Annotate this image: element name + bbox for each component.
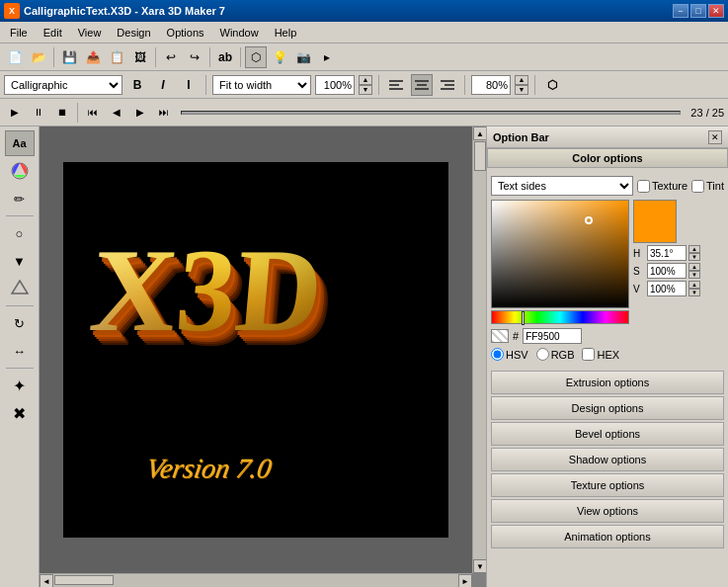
timeline-slider[interactable]: [181, 111, 681, 115]
frame-prev-button[interactable]: ◀: [106, 102, 127, 124]
x3d-canvas[interactable]: X3D X3D X3D X3D X3D X3D: [63, 162, 448, 538]
text-tool-button[interactable]: Aa: [5, 130, 35, 156]
export3-button[interactable]: 🖼: [129, 46, 151, 68]
canvas-content[interactable]: X3D X3D X3D X3D X3D X3D: [40, 126, 472, 573]
close-button[interactable]: ✕: [708, 4, 724, 18]
frame-end-button[interactable]: ⏭: [153, 102, 175, 124]
align-right-button[interactable]: [437, 74, 458, 96]
hue-up-button[interactable]: ▲: [688, 245, 700, 253]
canvas-area: X3D X3D X3D X3D X3D X3D: [40, 126, 486, 587]
star-tool-button[interactable]: ✦: [5, 373, 35, 398]
surface-select[interactable]: Text sides Text front Text back: [491, 176, 633, 196]
rotate-tool-button[interactable]: ↻: [5, 310, 35, 336]
export2-button[interactable]: 📋: [106, 46, 127, 68]
menu-view[interactable]: View: [70, 25, 110, 41]
scroll-track-h[interactable]: [53, 574, 458, 587]
extra-btn[interactable]: ⬡: [541, 74, 563, 96]
hsv-radio[interactable]: [491, 348, 504, 361]
align-left-button[interactable]: [385, 74, 407, 96]
pause-button[interactable]: ⏸: [28, 102, 49, 124]
menu-options[interactable]: Options: [159, 25, 212, 41]
quality-input[interactable]: [471, 75, 511, 95]
texture-options-button[interactable]: Texture options: [491, 473, 724, 497]
save-button[interactable]: 💾: [58, 46, 80, 68]
circle-tool-button[interactable]: ○: [5, 220, 35, 246]
menu-window[interactable]: Window: [212, 25, 267, 41]
flip-tool-button[interactable]: ↔: [5, 338, 35, 364]
export-button[interactable]: 📤: [82, 46, 104, 68]
hex-input[interactable]: [523, 328, 582, 344]
italic-button[interactable]: I: [152, 74, 174, 96]
design-options-button[interactable]: Design options: [491, 396, 724, 420]
color-tool-button[interactable]: [5, 158, 35, 184]
hex-checkbox[interactable]: [582, 348, 595, 361]
val-up-button[interactable]: ▲: [688, 281, 700, 289]
play-button[interactable]: ▶: [4, 102, 26, 124]
align-center-button[interactable]: [411, 74, 433, 96]
new-button[interactable]: 📄: [4, 46, 26, 68]
scroll-left-button[interactable]: ◄: [40, 574, 53, 587]
tint-checkbox[interactable]: [691, 180, 704, 193]
texture-checkbox[interactable]: [637, 180, 650, 193]
undo-button[interactable]: ↩: [160, 46, 182, 68]
hsv-radio-label[interactable]: HSV: [491, 348, 528, 361]
frame-start-button[interactable]: ⏮: [82, 102, 104, 124]
shadow-options-button[interactable]: Shadow options: [491, 448, 724, 471]
scroll-up-button[interactable]: ▲: [473, 126, 486, 140]
more-button[interactable]: ▸: [316, 46, 338, 68]
quality-down-button[interactable]: ▼: [515, 85, 528, 95]
zoom-input[interactable]: [315, 75, 355, 95]
vertical-scrollbar[interactable]: ▲ ▼: [472, 126, 486, 573]
sat-up-button[interactable]: ▲: [688, 263, 700, 271]
frame-next-button[interactable]: ▶: [129, 102, 151, 124]
x-tool-button[interactable]: ✖: [5, 400, 35, 426]
bevel-options-button[interactable]: Bevel options: [491, 422, 724, 446]
extrusion-options-button[interactable]: Extrusion options: [491, 371, 724, 394]
redo-button[interactable]: ↪: [184, 46, 205, 68]
arrow-tool-button[interactable]: ▼: [5, 248, 35, 274]
sat-down-button[interactable]: ▼: [688, 271, 700, 279]
font-select[interactable]: Calligraphic: [4, 75, 122, 95]
hue-down-button[interactable]: ▼: [688, 253, 700, 261]
zoom-down-button[interactable]: ▼: [359, 85, 372, 95]
outline-button[interactable]: I: [178, 74, 200, 96]
scroll-track-v[interactable]: [473, 140, 486, 559]
panel-close-button[interactable]: ✕: [708, 130, 722, 144]
horizontal-scrollbar[interactable]: ◄ ►: [40, 573, 472, 587]
hue-value-input[interactable]: [647, 245, 687, 261]
tint-checkbox-label[interactable]: Tint: [691, 180, 724, 193]
bold-button[interactable]: B: [126, 74, 148, 96]
maximize-button[interactable]: □: [690, 4, 706, 18]
rgb-radio[interactable]: [536, 348, 549, 361]
pencil-tool-button[interactable]: ✏: [5, 186, 35, 211]
bulb-button[interactable]: 💡: [269, 46, 290, 68]
hue-bar[interactable]: [491, 310, 629, 324]
menu-edit[interactable]: Edit: [36, 25, 70, 41]
menu-file[interactable]: File: [2, 25, 36, 41]
sat-value-input[interactable]: [647, 263, 687, 279]
stop-button[interactable]: ⏹: [51, 102, 73, 124]
shape-tool-button[interactable]: [5, 276, 35, 301]
color-gradient[interactable]: [491, 200, 629, 308]
animation-options-button[interactable]: Animation options: [491, 525, 724, 548]
text-button[interactable]: ab: [214, 46, 236, 68]
scroll-down-button[interactable]: ▼: [473, 559, 486, 573]
camera-button[interactable]: 📷: [292, 46, 314, 68]
view-mode-select[interactable]: Fit to width: [212, 75, 311, 95]
texture-checkbox-label[interactable]: Texture: [637, 180, 688, 193]
scroll-right-button[interactable]: ►: [458, 574, 472, 587]
scroll-thumb-v[interactable]: [474, 141, 486, 171]
open-button[interactable]: 📂: [28, 46, 49, 68]
3d-view-button[interactable]: ⬡: [245, 46, 267, 68]
minimize-button[interactable]: −: [673, 4, 688, 18]
hex-radio-label[interactable]: HEX: [582, 348, 619, 361]
view-options-button[interactable]: View options: [491, 499, 724, 523]
menu-help[interactable]: Help: [267, 25, 305, 41]
zoom-up-button[interactable]: ▲: [359, 75, 372, 85]
menu-design[interactable]: Design: [109, 25, 158, 41]
quality-up-button[interactable]: ▲: [515, 75, 528, 85]
val-value-input[interactable]: [647, 281, 687, 296]
val-down-button[interactable]: ▼: [688, 289, 700, 296]
rgb-radio-label[interactable]: RGB: [536, 348, 575, 361]
scroll-thumb-h[interactable]: [54, 575, 114, 585]
